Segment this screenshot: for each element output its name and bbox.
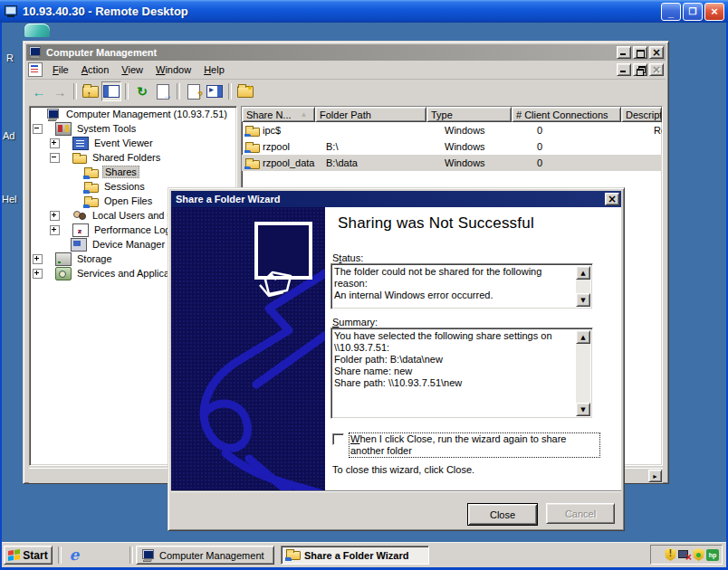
wizard-content: Sharing was Not Successful Status: The f…	[325, 207, 621, 491]
scroll-down-button[interactable]	[576, 403, 590, 416]
wizard-titlebar[interactable]: Share a Folder Wizard	[171, 191, 621, 207]
status-box[interactable]: The folder could not be shared for the f…	[330, 263, 593, 309]
cm-minimize-button[interactable]	[617, 46, 631, 59]
cm-maximize-button[interactable]	[633, 46, 647, 59]
folder-icon	[72, 155, 87, 164]
summary-box[interactable]: You have selected the following share se…	[330, 328, 593, 419]
column-type[interactable]: Type	[426, 107, 512, 122]
shared-folder-icon	[84, 198, 99, 207]
child-restore-button[interactable]	[633, 63, 647, 76]
back-icon	[33, 84, 46, 100]
column-folder-path[interactable]: Folder Path	[315, 107, 426, 122]
cm-titlebar[interactable]: Computer Management	[26, 44, 666, 61]
wizard-watermark	[171, 207, 325, 491]
wizard-title: Share a Folder Wizard	[176, 194, 603, 204]
share-folder-wizard-dialog: Share a Folder Wizard	[168, 187, 625, 531]
task-button-computer-management[interactable]: Computer Management	[136, 546, 274, 565]
expand-box[interactable]	[33, 254, 43, 264]
menu-file[interactable]: File	[46, 62, 75, 77]
start-button[interactable]: Start	[4, 546, 53, 565]
shared-folder-icon	[84, 184, 99, 193]
network-disconnected-tray-icon[interactable]	[678, 549, 691, 561]
computer-management-icon	[28, 46, 43, 59]
share-row-rzpool-data[interactable]: rzpool_data B:\data Windows 0	[242, 155, 662, 171]
help-button[interactable]: ?	[184, 81, 204, 101]
status-scrollbar[interactable]	[576, 266, 590, 307]
performance-icon	[72, 223, 89, 237]
system-tools-icon	[55, 122, 72, 136]
column-description[interactable]: Descriptio	[621, 107, 662, 122]
menu-help[interactable]: Help	[197, 62, 231, 77]
close-button[interactable]: Close	[467, 503, 538, 526]
menu-view[interactable]: View	[115, 62, 149, 77]
summary-scrollbar[interactable]	[576, 330, 590, 416]
show-action-pane-button[interactable]	[205, 81, 225, 101]
desktop-icon-label[interactable]: Ad	[3, 130, 14, 141]
export-list-icon: →	[157, 84, 169, 100]
run-again-checkbox[interactable]	[332, 433, 344, 445]
expand-box[interactable]	[50, 225, 60, 235]
rdp-close-button[interactable]	[704, 3, 724, 21]
taskbar-separator	[58, 546, 62, 564]
expand-box[interactable]	[33, 269, 43, 279]
collapse-box[interactable]	[50, 153, 60, 163]
back-button[interactable]	[29, 81, 49, 101]
share-folder-action-button[interactable]	[235, 81, 255, 101]
wizard-button-strip: Close Cancel	[171, 490, 621, 529]
forward-button[interactable]	[50, 81, 70, 101]
refresh-icon	[137, 84, 148, 99]
menu-window[interactable]: Window	[149, 62, 197, 77]
security-alert-tray-icon[interactable]	[665, 548, 676, 561]
wizard-close-button[interactable]	[605, 193, 619, 205]
expand-box[interactable]	[50, 211, 60, 221]
collapse-box[interactable]	[33, 124, 43, 134]
child-close-button[interactable]	[649, 63, 664, 76]
summary-label: Summary:	[332, 317, 378, 328]
antivirus-tray-icon[interactable]	[693, 548, 704, 561]
column-share-name[interactable]: Share N...	[242, 107, 315, 122]
export-list-button[interactable]: →	[153, 81, 173, 101]
status-label: Status:	[332, 252, 363, 263]
list-header: Share N... Folder Path Type # Client Con…	[242, 107, 662, 122]
menu-action[interactable]: Action	[75, 62, 116, 77]
windows-flag-icon	[8, 549, 20, 562]
shared-folder-icon	[245, 160, 260, 169]
tree-item-system-tools[interactable]: System Tools	[30, 121, 236, 136]
cancel-button[interactable]: Cancel	[546, 503, 615, 524]
scroll-down-button[interactable]	[576, 293, 590, 307]
child-minimize-button[interactable]	[617, 63, 631, 76]
cm-toolbar: → ?	[26, 80, 666, 103]
tree-item-shares[interactable]: Shares	[30, 165, 236, 179]
internet-explorer-icon[interactable]: e	[65, 546, 83, 564]
computer-management-icon	[141, 549, 156, 562]
up-one-level-button[interactable]	[81, 81, 101, 101]
scroll-up-button[interactable]	[576, 266, 590, 280]
column-client-connections[interactable]: # Client Connections	[512, 107, 621, 122]
tree-item-event-viewer[interactable]: Event Viewer	[30, 136, 236, 150]
rdp-titlebar[interactable]: 10.93.40.30 - Remote Desktop	[0, 0, 728, 23]
hp-tray-icon[interactable]	[706, 549, 719, 561]
scroll-right-button[interactable]	[648, 470, 662, 482]
system-tray	[650, 545, 723, 565]
task-button-share-folder-wizard[interactable]: Share a Folder Wizard	[281, 546, 429, 565]
remote-desktop-screen: 10.93.40.30 - Remote Desktop R Ad Hel Co…	[0, 0, 728, 570]
rdp-minimize-button[interactable]	[661, 3, 681, 21]
tree-item-computer-management[interactable]: Computer Management (10.93.7.51)	[30, 107, 236, 121]
run-again-checkbox-label[interactable]: When I click Close, run the wizard again…	[349, 432, 600, 458]
tree-item-shared-folders[interactable]: Shared Folders	[30, 150, 236, 165]
show-console-tree-button[interactable]	[101, 81, 121, 101]
cm-close-button[interactable]	[649, 46, 664, 59]
scroll-up-button[interactable]	[576, 330, 590, 344]
expand-box[interactable]	[50, 138, 60, 148]
rdp-restore-button[interactable]	[683, 3, 703, 21]
share-row-rzpool[interactable]: rzpool B:\ Windows 0	[242, 138, 662, 155]
share-row-ipc[interactable]: ipc$ Windows 0 Remote I	[242, 122, 662, 138]
help-icon: ?	[187, 84, 200, 100]
desktop-icon-label[interactable]: R	[6, 52, 14, 63]
summary-text: You have selected the following share se…	[334, 330, 574, 416]
taskbar: Start e Computer Management Share a Fold…	[2, 542, 726, 567]
shared-folder-icon	[245, 128, 260, 137]
desktop-icon-partial[interactable]	[24, 24, 50, 37]
refresh-button[interactable]	[132, 81, 152, 101]
desktop-icon-label[interactable]: Hel	[2, 194, 17, 204]
